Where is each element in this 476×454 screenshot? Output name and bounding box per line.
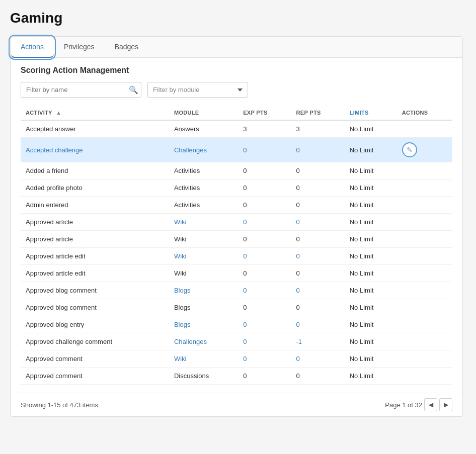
cell-activity: Admin entered	[21, 197, 169, 214]
cell-actions	[397, 282, 452, 299]
card-body: Scoring Action Management 🔍 Filter by mo…	[11, 58, 462, 393]
cell-module: Challenges	[169, 138, 238, 162]
next-page-button[interactable]: ▶	[439, 398, 452, 411]
cell-activity: Approved comment	[21, 350, 169, 368]
cell-activity: Approved article	[21, 214, 169, 231]
cell-actions	[397, 248, 452, 265]
cell-actions	[397, 214, 452, 231]
cell-limits: No Limit	[345, 214, 397, 231]
filter-module-select[interactable]: Filter by module	[147, 82, 248, 98]
cell-module: Wiki	[169, 214, 238, 231]
table-row: Approved article editWiki00No Limit	[21, 265, 452, 282]
cell-actions	[397, 179, 452, 197]
cell-activity: Approved article edit	[21, 248, 169, 265]
table-body: Accepted answerAnswers33No LimitAccepted…	[21, 120, 452, 385]
cell-actions: ✎	[397, 138, 452, 162]
cell-limits: No Limit	[345, 179, 397, 197]
tab-actions[interactable]: Actions	[11, 37, 54, 58]
cell-module: Discussions	[169, 368, 238, 385]
table-row: Accepted answerAnswers33No Limit	[21, 120, 452, 138]
cell-exp-pts: 0	[238, 265, 291, 282]
filter-module-wrap: Filter by module	[147, 82, 248, 98]
cell-activity: Approved article	[21, 231, 169, 248]
pencil-icon: ✎	[407, 146, 413, 154]
table-row: Approved articleWiki00No Limit	[21, 214, 452, 231]
cell-rep-pts: 0	[291, 248, 344, 265]
cell-module: Activities	[169, 179, 238, 197]
cell-module: Wiki	[169, 350, 238, 368]
showing-text: Showing 1-15 of 473 items	[21, 401, 98, 409]
table-row: Approved challenge commentChallenges0-1N…	[21, 333, 452, 350]
cell-limits: No Limit	[345, 265, 397, 282]
filters-bar: 🔍 Filter by module	[21, 82, 452, 98]
cell-actions	[397, 368, 452, 385]
cell-exp-pts: 0	[238, 231, 291, 248]
filter-name-input[interactable]	[21, 82, 141, 98]
cell-actions	[397, 162, 452, 179]
table-row: Added profile photoActivities00No Limit	[21, 179, 452, 197]
tab-privileges[interactable]: Privileges	[54, 37, 105, 58]
cell-module: Wiki	[169, 231, 238, 248]
cell-exp-pts: 0	[238, 350, 291, 368]
cell-limits: No Limit	[345, 248, 397, 265]
cell-actions	[397, 299, 452, 316]
scoring-table: ACTIVITY ▲ MODULE EXP PTS REP PTS LIMITS…	[21, 106, 452, 385]
cell-activity: Approved article edit	[21, 265, 169, 282]
cell-actions	[397, 120, 452, 138]
cell-exp-pts: 0	[238, 248, 291, 265]
page-text: Page 1 of 32	[385, 401, 422, 409]
cell-rep-pts: 0	[291, 299, 344, 316]
cell-exp-pts: 0	[238, 162, 291, 179]
cell-activity: Accepted answer	[21, 120, 169, 138]
table-row: Approved commentWiki00No Limit	[21, 350, 452, 368]
cell-limits: No Limit	[345, 316, 397, 333]
cell-limits: No Limit	[345, 368, 397, 385]
col-activity[interactable]: ACTIVITY ▲	[21, 106, 169, 120]
cell-module: Answers	[169, 120, 238, 138]
table-row: Approved commentDiscussions00No Limit	[21, 368, 452, 385]
col-module: MODULE	[169, 106, 238, 120]
cell-module: Blogs	[169, 282, 238, 299]
search-icon: 🔍	[129, 85, 138, 94]
cell-rep-pts: -1	[291, 333, 344, 350]
cell-rep-pts: 0	[291, 368, 344, 385]
cell-actions	[397, 316, 452, 333]
cell-activity: Added a friend	[21, 162, 169, 179]
cell-rep-pts: 0	[291, 350, 344, 368]
edit-button[interactable]: ✎	[402, 142, 417, 157]
cell-activity: Approved challenge comment	[21, 333, 169, 350]
tab-badges[interactable]: Badges	[105, 37, 148, 58]
tab-bar: Actions Privileges Badges	[11, 37, 462, 58]
cell-actions	[397, 231, 452, 248]
cell-exp-pts: 0	[238, 282, 291, 299]
table-row: Approved article editWiki00No Limit	[21, 248, 452, 265]
col-actions: ACTIONS	[397, 106, 452, 120]
cell-exp-pts: 0	[238, 316, 291, 333]
cell-exp-pts: 0	[238, 179, 291, 197]
table-row: Accepted challengeChallenges00No Limit✎	[21, 138, 452, 162]
cell-limits: No Limit	[345, 138, 397, 162]
cell-rep-pts: 0	[291, 316, 344, 333]
cell-rep-pts: 0	[291, 231, 344, 248]
cell-module: Blogs	[169, 299, 238, 316]
table-row: Approved blog commentBlogs00No Limit	[21, 299, 452, 316]
cell-module: Wiki	[169, 265, 238, 282]
cell-exp-pts: 0	[238, 368, 291, 385]
cell-rep-pts: 0	[291, 162, 344, 179]
table-row: Added a friendActivities00No Limit	[21, 162, 452, 179]
section-title: Scoring Action Management	[21, 66, 452, 75]
prev-page-button[interactable]: ◀	[424, 398, 437, 411]
cell-activity: Approved blog comment	[21, 299, 169, 316]
main-card: Actions Privileges Badges Scoring Action…	[10, 36, 463, 417]
table-row: Approved articleWiki00No Limit	[21, 231, 452, 248]
cell-actions	[397, 350, 452, 368]
cell-module: Challenges	[169, 333, 238, 350]
cell-exp-pts: 0	[238, 138, 291, 162]
col-limits: LIMITS	[345, 106, 397, 120]
cell-module: Activities	[169, 162, 238, 179]
page-title: Gaming	[10, 10, 466, 26]
cell-activity: Accepted challenge	[21, 138, 169, 162]
pagination-bar: Showing 1-15 of 473 items Page 1 of 32 ◀…	[11, 393, 462, 416]
cell-limits: No Limit	[345, 162, 397, 179]
search-button[interactable]: 🔍	[129, 85, 138, 95]
